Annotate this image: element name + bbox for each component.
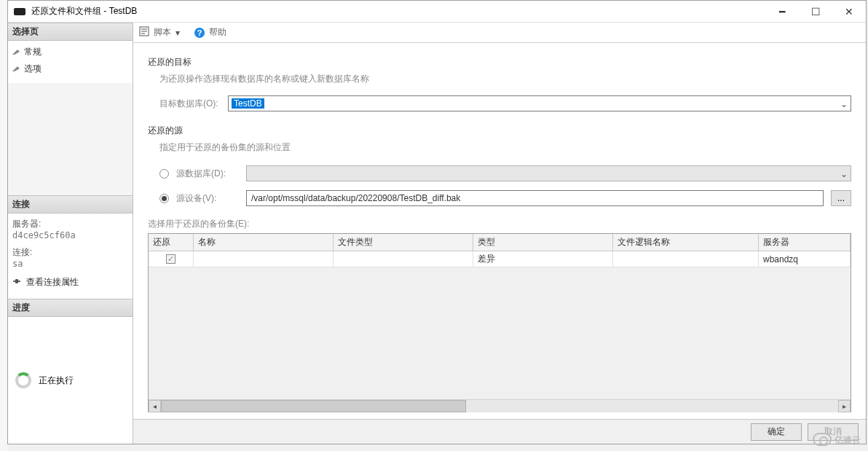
sidebar: 选择页 常规 选项 连接 服务器: d4ce9c5cf60a 连接: sa 查看… — [8, 23, 133, 444]
backup-sets-grid: 还原 名称 文件类型 类型 文件逻辑名称 服务器 ✓ 差异 wbandzq — [148, 233, 851, 412]
script-icon — [139, 26, 149, 39]
ellipsis-icon: ... — [837, 193, 845, 203]
script-dropdown-chevron[interactable]: ▾ — [175, 28, 180, 38]
progress-header: 进度 — [8, 299, 133, 317]
maximize-button[interactable]: ☐ — [799, 1, 832, 22]
scroll-thumb[interactable] — [161, 400, 466, 412]
source-db-combo: ⌄ — [246, 165, 851, 181]
dialog-footer: 确定 取消 — [133, 419, 866, 444]
grid-hscrollbar[interactable]: ◂ ▸ — [149, 399, 851, 412]
radio-source-database[interactable] — [159, 169, 169, 179]
restore-target-group: 还原的目标 — [148, 56, 851, 68]
browse-device-button[interactable]: ... — [831, 190, 851, 206]
grid-row[interactable]: ✓ 差异 wbandzq — [149, 251, 851, 267]
server-label: 服务器: — [12, 218, 128, 230]
col-type[interactable]: 类型 — [473, 234, 613, 251]
scroll-right-button[interactable]: ▸ — [838, 400, 851, 412]
connection-header: 连接 — [8, 195, 133, 213]
sidebar-page-options[interactable]: 选项 — [11, 60, 130, 77]
select-page-header: 选择页 — [8, 23, 133, 41]
progress-status: 正在执行 — [39, 374, 74, 387]
minimize-button[interactable]: ━ — [765, 1, 799, 22]
radio-source-database-label: 源数据库(D): — [176, 168, 239, 180]
cell-logical — [613, 251, 759, 267]
dialog-window: 还原文件和文件组 - TestDB ━ ☐ ✕ 选择页 常规 选项 连接 服务器… — [7, 0, 867, 444]
device-path-input[interactable]: /var/opt/mssql/data/backup/20220908/Test… — [246, 190, 824, 206]
login-label: 连接: — [12, 246, 128, 259]
cancel-button[interactable]: 取消 — [808, 423, 859, 441]
grid-header: 还原 名称 文件类型 类型 文件逻辑名称 服务器 — [149, 234, 851, 251]
radio-source-device-label: 源设备(V): — [176, 192, 239, 205]
cell-name — [194, 251, 334, 267]
target-db-combo[interactable]: TestDB ⌄ — [228, 95, 851, 111]
view-connection-properties[interactable]: 查看连接属性 — [12, 276, 128, 289]
window-title: 还原文件和文件组 - TestDB — [31, 5, 765, 17]
col-name[interactable]: 名称 — [194, 234, 334, 251]
restore-target-desc: 为还原操作选择现有数据库的名称或键入新数据库名称 — [159, 73, 851, 85]
chevron-down-icon: ⌄ — [840, 99, 848, 109]
ok-button[interactable]: 确定 — [751, 423, 802, 441]
col-logical[interactable]: 文件逻辑名称 — [613, 234, 759, 251]
sidebar-page-general[interactable]: 常规 — [11, 44, 130, 60]
restore-source-desc: 指定用于还原的备份集的源和位置 — [159, 141, 851, 154]
content-panel: 脚本 ▾ ? 帮助 还原的目标 为还原操作选择现有数据库的名称或键入新数据库名称… — [133, 23, 866, 444]
login-value: sa — [12, 259, 128, 269]
cell-type: 差异 — [473, 251, 613, 267]
target-db-value: TestDB — [232, 98, 264, 109]
chevron-down-icon: ⌄ — [840, 169, 848, 179]
col-server[interactable]: 服务器 — [759, 234, 851, 251]
radio-source-device[interactable] — [159, 194, 169, 203]
restore-checkbox[interactable]: ✓ — [166, 254, 175, 264]
help-button[interactable]: 帮助 — [209, 26, 226, 39]
server-value: d4ce9c5cf60a — [12, 230, 128, 240]
close-button[interactable]: ✕ — [832, 1, 866, 22]
backup-sets-label: 选择用于还原的备份集(E): — [148, 218, 851, 230]
titlebar: 还原文件和文件组 - TestDB ━ ☐ ✕ — [8, 1, 866, 23]
connection-icon — [12, 277, 21, 288]
col-restore[interactable]: 还原 — [149, 234, 194, 251]
scroll-left-button[interactable]: ◂ — [149, 400, 161, 412]
help-icon: ? — [194, 28, 205, 38]
app-icon — [14, 8, 25, 15]
toolbar: 脚本 ▾ ? 帮助 — [133, 23, 866, 43]
spinner-icon — [15, 372, 31, 388]
col-filetype[interactable]: 文件类型 — [334, 234, 473, 251]
grid-empty-area — [149, 267, 851, 399]
target-db-label: 目标数据库(O): — [159, 98, 222, 110]
restore-source-group: 还原的源 — [148, 125, 851, 137]
script-button[interactable]: 脚本 — [154, 26, 171, 39]
cell-filetype — [334, 251, 473, 267]
cell-server: wbandzq — [759, 251, 851, 267]
